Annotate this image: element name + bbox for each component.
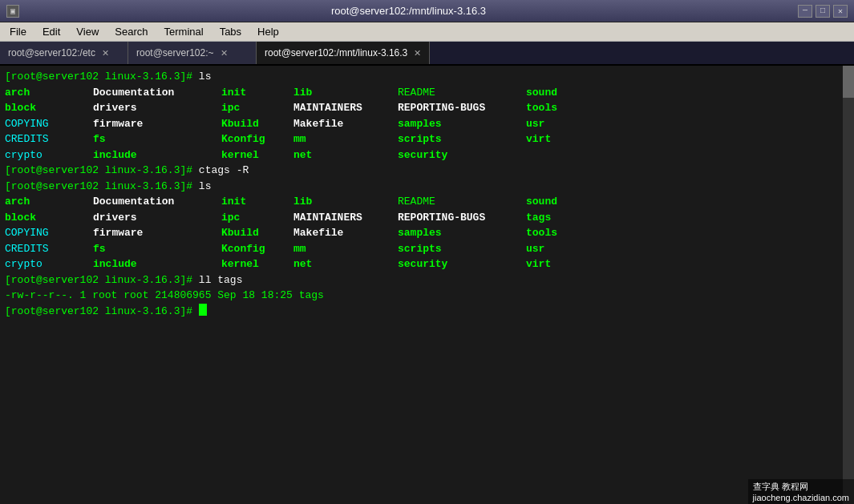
ls1-row1: archDocumentationinitlibREADMEsound	[5, 85, 849, 101]
ls2-row3: COPYINGfirmwareKbuildMakefilesamplestool…	[5, 225, 849, 241]
tab-linux-label: root@server102:/mnt/linux-3.16.3	[265, 47, 407, 58]
scrollbar-thumb[interactable]	[843, 66, 854, 98]
ls2-row1: archDocumentationinitlibREADMEsound	[5, 194, 849, 210]
line-ctags-prompt: [root@server102 linux-3.16.3]# ctags -R	[5, 163, 849, 179]
terminal[interactable]: [root@server102 linux-3.16.3]# ls archDo…	[0, 66, 854, 504]
terminal-content: [root@server102 linux-3.16.3]# ls archDo…	[5, 69, 849, 319]
menu-edit[interactable]: Edit	[36, 24, 67, 39]
line-ls2-prompt: [root@server102 linux-3.16.3]# ls	[5, 179, 849, 195]
tab-bar: root@server102:/etc ✕ root@server102:~ ✕…	[0, 42, 854, 66]
menu-view[interactable]: View	[70, 24, 105, 39]
tab-home[interactable]: root@server102:~ ✕	[128, 42, 257, 64]
tab-etc-close[interactable]: ✕	[102, 48, 109, 58]
tab-etc-label: root@server102:/etc	[8, 47, 95, 58]
line-final-prompt: [root@server102 linux-3.16.3]#	[5, 304, 849, 320]
line-file-info: -rw-r--r--. 1 root root 214806965 Sep 18…	[5, 288, 849, 304]
title-bar-left: ▣	[6, 5, 19, 18]
menu-search[interactable]: Search	[108, 24, 154, 39]
menu-tabs[interactable]: Tabs	[213, 24, 248, 39]
tab-linux[interactable]: root@server102:/mnt/linux-3.16.3 ✕	[257, 42, 430, 64]
ls2-row2: blockdriversipcMAINTAINERSREPORTING-BUGS…	[5, 210, 849, 226]
line-ll-prompt: [root@server102 linux-3.16.3]# ll tags	[5, 272, 849, 288]
watermark: 查字典 教程网jiaocheng.chazidian.com	[748, 479, 854, 504]
close-button[interactable]: ✕	[833, 5, 848, 18]
tab-etc[interactable]: root@server102:/etc ✕	[0, 42, 128, 64]
minimize-button[interactable]: ─	[798, 5, 812, 18]
tab-home-label: root@server102:~	[136, 47, 214, 58]
menu-bar: File Edit View Search Terminal Tabs Help	[0, 22, 854, 42]
tab-home-close[interactable]: ✕	[221, 48, 228, 58]
ls2-row4: CREDITSfsKconfigmmscriptsusr	[5, 241, 849, 257]
ls1-row3: COPYINGfirmwareKbuildMakefilesamplesusr	[5, 116, 849, 132]
line-ls1-prompt: [root@server102 linux-3.16.3]# ls	[5, 69, 849, 85]
ls1-row5: cryptoincludekernelnetsecurity	[5, 147, 849, 163]
ls1-row2: blockdriversipcMAINTAINERSREPORTING-BUGS…	[5, 100, 849, 116]
menu-help[interactable]: Help	[251, 24, 285, 39]
menu-file[interactable]: File	[3, 24, 33, 39]
tab-linux-close[interactable]: ✕	[414, 48, 421, 58]
window-controls: ─ □ ✕	[798, 5, 848, 18]
window-icon: ▣	[6, 5, 19, 18]
ls2-row5: cryptoincludekernelnetsecurityvirt	[5, 256, 849, 272]
cursor	[199, 304, 207, 316]
title-bar-title: root@server102:/mnt/linux-3.16.3	[19, 5, 798, 17]
title-bar: ▣ root@server102:/mnt/linux-3.16.3 ─ □ ✕	[0, 0, 854, 22]
ls1-row4: CREDITSfsKconfigmmscriptsvirt	[5, 131, 849, 147]
maximize-button[interactable]: □	[816, 5, 830, 18]
scrollbar[interactable]	[843, 66, 854, 504]
menu-terminal[interactable]: Terminal	[158, 24, 210, 39]
